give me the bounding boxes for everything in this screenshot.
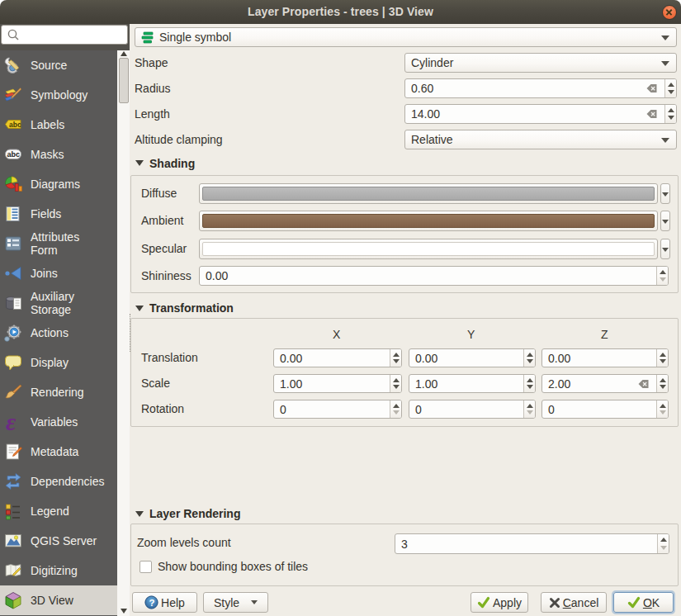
svg-text:ε: ε	[6, 412, 17, 432]
svg-text:abc: abc	[9, 121, 21, 129]
svg-text:abc: abc	[7, 150, 21, 159]
svg-text:?: ?	[149, 598, 155, 608]
